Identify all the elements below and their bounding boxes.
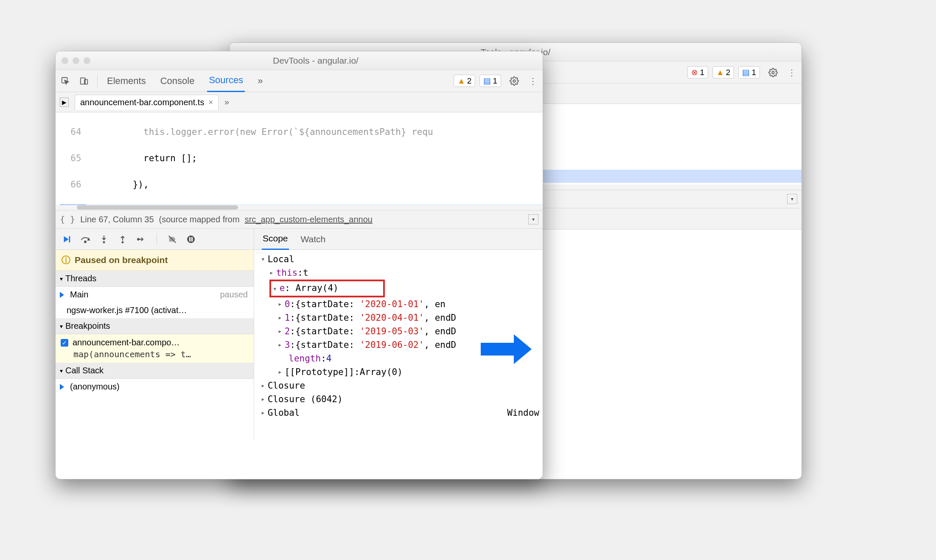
source-map-link[interactable]: src_app_custom-elements_annou <box>245 215 373 224</box>
breakpoint-item[interactable]: ✓announcement-bar.compo… map(announcemen… <box>56 334 254 363</box>
kebab-icon[interactable]: ⋮ <box>527 76 538 87</box>
debugger-toolbar <box>56 229 254 250</box>
window-title: DevTools - angular.io/ <box>95 56 537 66</box>
svg-point-7 <box>103 241 105 243</box>
warning-badge[interactable]: ▲2 <box>712 66 734 78</box>
pause-exceptions-icon[interactable] <box>186 234 196 244</box>
cursor-position: Line 67, Column 35 <box>80 215 154 224</box>
titlebar: DevTools - angular.io/ <box>56 51 543 70</box>
status-dropdown-icon[interactable]: ▾ <box>787 194 797 204</box>
paused-banner: ⓘ Paused on breakpoint <box>56 250 254 271</box>
watch-tab[interactable]: Watch <box>300 229 327 249</box>
main-toolbar: Elements Console Sources » ▲2 ▤1 ⋮ <box>56 70 543 92</box>
scope-tab[interactable]: Scope <box>262 228 289 250</box>
debugger-left-panel: ⓘ Paused on breakpoint ▾Threads Mainpaus… <box>56 229 254 441</box>
array-item[interactable]: 0: {startDate: '2020-01-01', en <box>258 297 539 311</box>
scope-local[interactable]: Local <box>258 252 539 266</box>
warning-badge[interactable]: ▲2 <box>454 75 475 87</box>
tab-sources[interactable]: Sources <box>207 70 245 92</box>
step-out-icon[interactable] <box>118 234 128 244</box>
pretty-print-icon[interactable]: { } <box>60 214 75 224</box>
comparison-arrow-icon <box>481 334 532 364</box>
svg-point-4 <box>513 80 516 82</box>
array-prototype[interactable]: [[Prototype]]: Array(0) <box>258 365 539 379</box>
scope-variable-highlight[interactable]: e: Array(4) <box>258 280 539 297</box>
svg-point-6 <box>84 241 86 243</box>
step-into-icon[interactable] <box>99 234 109 244</box>
svg-point-9 <box>137 238 139 240</box>
line-gutter[interactable]: 64 65 66 67 68 69 70 71 <box>56 112 86 205</box>
devtools-window-left: DevTools - angular.io/ Elements Console … <box>55 51 543 479</box>
info-icon: ⓘ <box>62 254 70 266</box>
kebab-icon[interactable]: ⋮ <box>786 67 797 78</box>
resume-icon[interactable] <box>62 234 72 244</box>
navigator-toggle-icon[interactable]: ▶ <box>60 98 69 107</box>
traffic-lights[interactable] <box>62 57 90 64</box>
thread-worker[interactable]: ngsw-worker.js #7100 (activat… <box>56 302 254 318</box>
thread-main[interactable]: Mainpaused <box>56 287 254 302</box>
svg-rect-5 <box>69 236 70 242</box>
status-dropdown-icon[interactable]: ▾ <box>528 214 538 224</box>
svg-point-8 <box>122 241 124 243</box>
scope-tabs: Scope Watch <box>254 229 543 250</box>
error-badge[interactable]: ⊗1 <box>687 66 708 78</box>
tab-elements[interactable]: Elements <box>105 70 148 92</box>
breakpoints-header[interactable]: ▾Breakpoints <box>56 318 254 334</box>
horizontal-scrollbar[interactable] <box>56 205 543 210</box>
tab-console[interactable]: Console <box>159 70 196 92</box>
tab-overflow[interactable]: » <box>224 97 229 107</box>
svg-rect-12 <box>191 237 193 241</box>
callstack-header[interactable]: ▾Call Stack <box>56 363 254 379</box>
status-bar: { } Line 67, Column 35 (source mapped fr… <box>56 210 543 229</box>
svg-rect-11 <box>189 237 191 241</box>
array-item[interactable]: 1: {startDate: '2020-04-01', endD <box>258 311 539 325</box>
tab-more[interactable]: » <box>256 70 264 92</box>
file-tab-active[interactable]: announcement-bar.component.ts× <box>75 95 219 110</box>
device-icon[interactable] <box>78 76 90 87</box>
svg-point-10 <box>187 235 195 243</box>
svg-point-0 <box>772 71 774 74</box>
gear-icon[interactable] <box>768 67 779 78</box>
scope-closure-6042[interactable]: Closure (6042) <box>258 392 539 406</box>
step-icon[interactable] <box>136 234 146 244</box>
gear-icon[interactable] <box>509 76 520 87</box>
scope-closure[interactable]: Closure <box>258 379 539 392</box>
step-over-icon[interactable] <box>80 234 90 244</box>
code-editor[interactable]: 64 65 66 67 68 69 70 71 this.logger.erro… <box>56 112 543 205</box>
close-icon[interactable]: × <box>208 98 213 107</box>
callstack-frame[interactable]: (anonymous) <box>56 379 254 395</box>
inspect-icon[interactable] <box>60 76 71 87</box>
message-badge[interactable]: ▤1 <box>479 75 501 87</box>
file-tabs-bar: ▶ announcement-bar.component.ts× » <box>56 92 543 112</box>
message-badge[interactable]: ▤1 <box>738 66 760 78</box>
scope-global[interactable]: GlobalWindow <box>258 406 539 420</box>
scope-this[interactable]: this: t <box>258 266 539 280</box>
threads-header[interactable]: ▾Threads <box>56 271 254 287</box>
checkbox-checked-icon[interactable]: ✓ <box>61 339 68 347</box>
deactivate-breakpoints-icon[interactable] <box>167 234 177 244</box>
